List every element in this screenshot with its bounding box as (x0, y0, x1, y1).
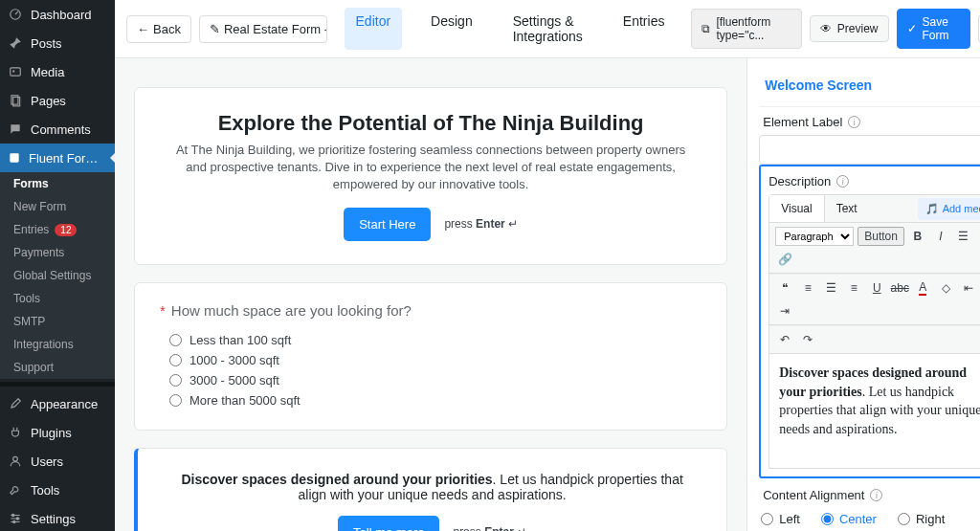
submenu-payments[interactable]: Payments (0, 241, 115, 264)
submenu-tools[interactable]: Tools (0, 287, 115, 310)
align-center[interactable]: Center (821, 512, 877, 526)
info-icon[interactable]: i (870, 489, 882, 501)
submenu-new-form[interactable]: New Form (0, 195, 115, 218)
info-icon[interactable]: i (836, 175, 849, 188)
radio-input[interactable] (169, 394, 182, 407)
menu-label: Users (31, 454, 63, 469)
tab-settings-integrations[interactable]: Settings & Integrations (501, 8, 594, 50)
submenu-label: Entries (13, 223, 49, 236)
submenu-integrations[interactable]: Integrations (0, 333, 115, 356)
form-canvas[interactable]: Explore the Potential of The Ninja Build… (115, 58, 746, 531)
menu-media[interactable]: Media (0, 57, 115, 86)
tab-editor[interactable]: Editor (345, 8, 403, 50)
description-heading: Descriptioni (768, 174, 980, 188)
rte-format-select[interactable]: Paragraph (775, 227, 854, 246)
submenu-label: SMTP (13, 315, 45, 328)
menu-dashboard[interactable]: Dashboard (0, 0, 115, 29)
menu-tools[interactable]: Tools (0, 476, 115, 504)
panel-header[interactable]: Welcome Screen (759, 68, 980, 107)
rte-redo[interactable]: ↷ (798, 330, 817, 349)
rte-bullet-list[interactable]: ☰ (954, 227, 973, 246)
rte-align-right[interactable]: ≡ (844, 278, 863, 298)
rte-content[interactable]: Discover spaces designed around your pri… (768, 354, 980, 469)
copy-icon: ⧉ (702, 22, 710, 35)
submenu-label: Global Settings (13, 269, 91, 282)
svg-point-6 (13, 456, 18, 461)
rte-tab-text[interactable]: Text (825, 195, 869, 222)
check-icon: ✓ (907, 22, 917, 35)
rte-align-center[interactable]: ☰ (821, 278, 840, 298)
add-media-button[interactable]: 🎵Add media (918, 198, 980, 220)
question-space[interactable]: *How much space are you looking for? Les… (134, 282, 727, 431)
preview-button[interactable]: 👁Preview (810, 15, 889, 42)
option-3[interactable]: More than 5000 sqft (160, 390, 702, 410)
entries-badge: 12 (55, 224, 77, 236)
start-here-button[interactable]: Start Here (344, 208, 431, 241)
rte-link[interactable]: 🔗 (775, 250, 794, 269)
menu-posts[interactable]: Posts (0, 29, 115, 57)
align-right[interactable]: Right (898, 512, 945, 526)
required-asterisk: * (160, 302, 166, 319)
menu-comments[interactable]: Comments (0, 115, 115, 144)
rte-insert-button[interactable]: Button (858, 227, 904, 246)
back-button[interactable]: ←Back (126, 15, 191, 43)
shortcode-button[interactable]: ⧉[fluentform type="c... (691, 9, 801, 49)
rte-outdent[interactable]: ⇤ (959, 278, 978, 298)
option-1[interactable]: 1000 - 3000 sqft (160, 350, 702, 370)
rte-align-left[interactable]: ≡ (798, 278, 817, 298)
submenu-entries[interactable]: Entries12 (0, 218, 115, 241)
submenu-smtp[interactable]: SMTP (0, 310, 115, 333)
panel-title: Welcome Screen (765, 77, 872, 93)
back-label: Back (153, 22, 181, 36)
preview-label: Preview (837, 22, 879, 35)
info-icon[interactable]: i (848, 116, 860, 128)
welcome-screen-2[interactable]: Discover spaces designed around your pri… (134, 448, 727, 531)
rte-italic[interactable]: I (931, 227, 950, 246)
submenu-label: Tools (13, 292, 40, 305)
menu-appearance[interactable]: Appearance (0, 389, 115, 418)
tell-me-more-button[interactable]: Tell me more (338, 516, 439, 531)
rte-quote[interactable]: ❝ (775, 278, 794, 298)
radio-input[interactable] (169, 334, 182, 346)
option-label: Less than 100 sqft (189, 333, 291, 347)
tab-entries[interactable]: Entries (612, 8, 677, 50)
form-name-editor[interactable]: ✎Real Estate Form - Fl... (199, 15, 327, 43)
menu-label: Media (31, 65, 64, 79)
rte-underline[interactable]: U (867, 278, 886, 298)
radio-input[interactable] (169, 374, 182, 387)
rte-bold[interactable]: B (908, 227, 927, 246)
menu-label: Settings (31, 512, 76, 526)
save-form-button[interactable]: ✓Save Form (897, 9, 971, 49)
rte-clear-format[interactable]: ◇ (936, 278, 955, 298)
menu-label: Posts (31, 36, 62, 51)
menu-plugins[interactable]: Plugins (0, 418, 115, 447)
svg-rect-5 (10, 153, 18, 162)
submenu-support[interactable]: Support (0, 356, 115, 379)
element-label-input[interactable] (759, 135, 980, 165)
menu-pages[interactable]: Pages (0, 86, 115, 115)
option-label: 1000 - 3000 sqft (189, 353, 279, 367)
rte-text-color[interactable]: A (913, 278, 932, 298)
submenu-forms[interactable]: Forms (0, 172, 115, 195)
brush-icon (8, 396, 23, 411)
menu-users[interactable]: Users (0, 447, 115, 476)
submenu-label: Forms (13, 177, 49, 190)
menu-settings[interactable]: Settings (0, 504, 115, 531)
rte-indent[interactable]: ⇥ (775, 301, 794, 321)
tab-design[interactable]: Design (419, 8, 484, 50)
option-0[interactable]: Less than 100 sqft (160, 330, 702, 350)
fluent-submenu: Forms New Form Entries12 Payments Global… (0, 172, 115, 379)
radio-input[interactable] (169, 354, 182, 366)
rte-toolbar-row1: Paragraph Button B I ☰ ≡ 🔗 (768, 223, 980, 274)
option-2[interactable]: 3000 - 5000 sqft (160, 370, 702, 390)
rte-strike[interactable]: abc (890, 278, 909, 298)
rte-undo[interactable]: ↶ (775, 330, 794, 349)
option-label: More than 5000 sqft (189, 393, 301, 408)
save-label: Save Form (923, 15, 961, 42)
align-left[interactable]: Left (761, 512, 800, 526)
form-icon (8, 150, 21, 166)
menu-fluent-forms[interactable]: Fluent Forms Pro (0, 144, 115, 172)
welcome-screen-1[interactable]: Explore the Potential of The Ninja Build… (134, 87, 727, 265)
submenu-global-settings[interactable]: Global Settings (0, 264, 115, 287)
rte-tab-visual[interactable]: Visual (769, 195, 824, 222)
